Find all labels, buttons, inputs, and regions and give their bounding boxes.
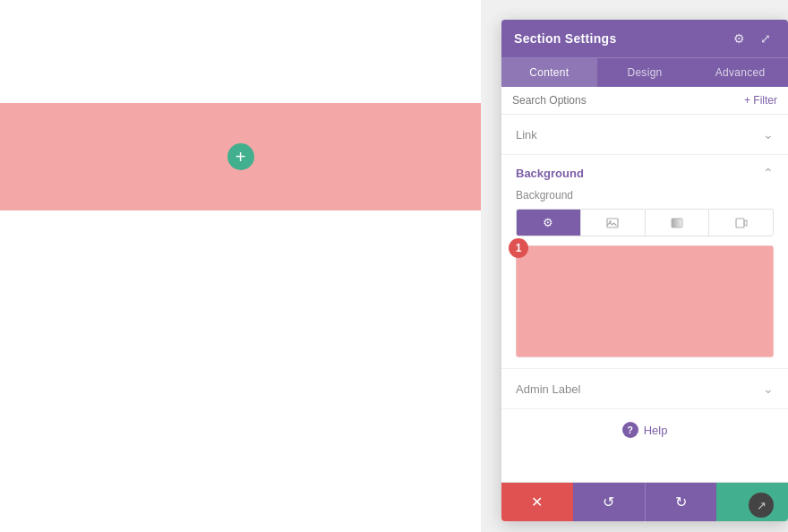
panel-body: Link ⌄ Background ⌃ Background ⚙ [501,115,788,482]
add-section-button[interactable]: + [227,143,254,170]
tab-advanced[interactable]: Advanced [692,58,788,87]
background-section-header: Background ⌃ [516,166,774,180]
expand-icon-button[interactable]: ⤢ [756,29,775,48]
background-type-tabs: ⚙ [516,209,774,236]
help-label: Help [644,424,668,437]
tab-content[interactable]: Content [501,58,597,87]
background-chevron-up-icon: ⌃ [763,166,774,180]
bg-type-gradient[interactable] [646,210,710,236]
redo-button[interactable]: ↻ [645,483,717,521]
bg-type-video[interactable] [709,210,773,236]
svg-rect-3 [736,219,744,227]
bg-type-image[interactable] [581,210,646,236]
background-section: Background ⌃ Background ⚙ [501,155,788,369]
section-settings-panel: Section Settings ⚙ ⤢ Content Design Adva… [501,20,788,521]
color-preview-wrapper: 1 [516,245,774,357]
settings-icon-button[interactable]: ⚙ [729,29,749,48]
color-badge: 1 [509,238,528,258]
background-field-label: Background [516,189,774,202]
admin-label-section[interactable]: Admin Label ⌄ [501,369,788,409]
admin-label-text: Admin Label [516,382,580,396]
svg-rect-2 [672,219,682,227]
panel-title: Section Settings [514,31,616,46]
action-bar: ✕ ↺ ↻ ✓ [501,482,788,521]
link-label: Link [516,128,537,142]
panel-header: Section Settings ⚙ ⤢ [501,20,788,57]
panel-tabs: Content Design Advanced [501,57,788,87]
float-icon[interactable]: ↗ [749,493,774,518]
section-block: + [0,103,481,210]
help-row[interactable]: ? Help [501,409,788,450]
admin-chevron-icon: ⌄ [763,382,774,396]
search-bar: + Filter [501,87,788,115]
bg-type-color[interactable]: ⚙ [517,210,581,236]
search-input[interactable] [512,94,739,107]
link-section-row[interactable]: Link ⌄ [501,115,788,155]
tab-design[interactable]: Design [597,58,693,87]
background-section-title: Background [516,167,584,180]
color-preview[interactable] [516,245,774,357]
cancel-button[interactable]: ✕ [501,483,573,521]
undo-button[interactable]: ↺ [573,483,645,521]
filter-button[interactable]: + Filter [744,94,777,107]
link-chevron-icon: ⌄ [763,127,774,142]
help-icon: ? [622,422,638,438]
canvas-area: + [0,0,481,532]
panel-header-icons: ⚙ ⤢ [729,29,775,48]
